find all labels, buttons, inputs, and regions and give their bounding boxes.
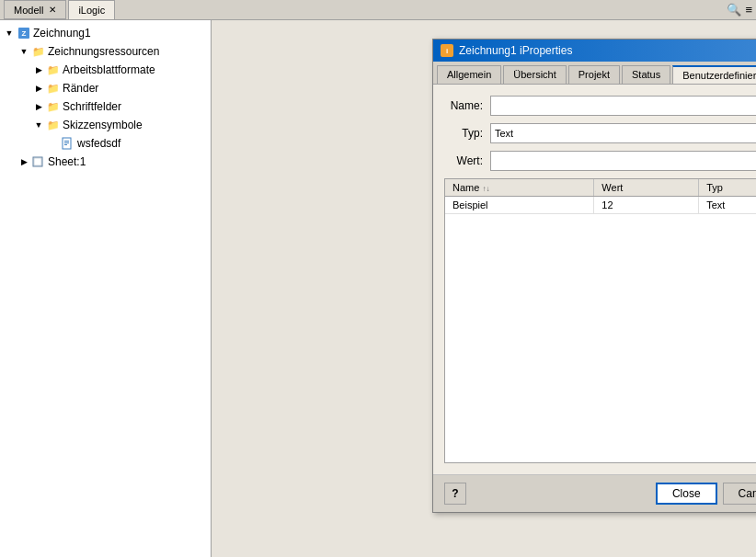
folder-icon: 📁 [46, 63, 61, 77]
dialog-title-icon: i [441, 44, 453, 57]
expand-icon: ▶ [18, 156, 29, 167]
expand-icon [48, 138, 59, 149]
name-control-area: ▼ Hinzufügen [490, 96, 756, 116]
tab-ilogic[interactable]: iLogic [68, 0, 115, 19]
tree-item-wsfedsdf[interactable]: wsfedsdf [0, 134, 211, 153]
expand-icon: ▶ [33, 101, 44, 112]
data-table-container: Name Wert Typ [444, 178, 756, 463]
tree-item-zeichnung1[interactable]: ▼ Z Zeichnung1 [0, 24, 211, 42]
top-bar: Modell ✕ iLogic 🔍 ≡ [0, 0, 756, 20]
table-row[interactable]: Beispiel 12 Text [445, 197, 756, 214]
folder-icon: 📁 [46, 118, 61, 132]
right-panel: 12 12 i Zeichnung1 iProperties ✕ [212, 20, 756, 557]
dialog-tabs: Allgemein Übersicht Projekt Status Benut… [433, 62, 756, 85]
drawing-icon: Z [17, 26, 31, 40]
page-icon [61, 136, 75, 151]
table-header-row: Name Wert Typ [445, 179, 756, 197]
tab-benutzerdefiniert[interactable]: Benutzerdefiniert [672, 65, 756, 84]
svg-rect-5 [64, 144, 67, 145]
expand-icon: ▼ [4, 28, 15, 39]
tree-item-sheet1[interactable]: ▶ Sheet:1 [0, 153, 211, 171]
tab-status[interactable]: Status [622, 65, 670, 84]
typ-row: Typ: Text ▼ Löschen [444, 123, 756, 143]
typ-label: Typ: [444, 127, 490, 140]
col-header-typ: Typ [699, 179, 756, 197]
cell-name: Beispiel [445, 197, 594, 214]
tree-item-zeichnungsressourcen[interactable]: ▼ 📁 Zeichnungsressourcen [0, 42, 211, 61]
tab-bar: Modell ✕ iLogic [4, 0, 117, 19]
tree-item-schriftfelder[interactable]: ▶ 📁 Schriftfelder [0, 97, 211, 116]
tab-allgemein[interactable]: Allgemein [437, 65, 501, 84]
svg-rect-4 [64, 142, 69, 143]
name-row: Name: ▼ Hinzufügen [444, 96, 756, 116]
dialog-titlebar: i Zeichnung1 iProperties ✕ [433, 40, 756, 62]
wert-control-area [490, 151, 756, 171]
folder-icon: 📁 [46, 99, 61, 114]
typ-select[interactable]: Text ▼ [490, 123, 756, 143]
dialog-body: Name: ▼ Hinzufügen [433, 85, 756, 474]
tab-uebersicht[interactable]: Übersicht [503, 65, 566, 84]
close-tab-icon[interactable]: ✕ [49, 5, 56, 15]
folder-icon: 📁 [31, 44, 46, 59]
svg-rect-7 [34, 158, 41, 165]
expand-icon: ▶ [33, 83, 44, 94]
tree-item-raender[interactable]: ▶ 📁 Ränder [0, 79, 211, 97]
left-panel: ▼ Z Zeichnung1 ▼ 📁 Zeichnungsressourcen … [0, 20, 212, 557]
tree-item-skizzensymbole[interactable]: ▼ 📁 Skizzensymbole [0, 116, 211, 134]
expand-icon: ▼ [33, 119, 44, 131]
name-label: Name: [444, 99, 490, 112]
tree-item-arbeitsblattformate[interactable]: ▶ 📁 Arbeitsblattformate [0, 61, 211, 79]
menu-icon[interactable]: ≡ [745, 3, 752, 17]
typ-control-area: Text ▼ Löschen [490, 123, 756, 143]
dialog-footer: ? Close Cancel Apply [433, 474, 756, 512]
wert-input[interactable] [490, 151, 756, 171]
dialog-iproperties: i Zeichnung1 iProperties ✕ Allgemein Übe… [432, 39, 756, 513]
content-area: ▼ Z Zeichnung1 ▼ 📁 Zeichnungsressourcen … [0, 20, 756, 557]
sheet-icon [31, 154, 46, 169]
wert-label: Wert: [444, 154, 490, 167]
dialog-title-left: i Zeichnung1 iProperties [441, 44, 572, 57]
top-bar-icons: 🔍 ≡ [727, 3, 752, 17]
expand-icon: ▼ [18, 46, 29, 57]
col-header-wert: Wert [594, 179, 699, 197]
tab-modell[interactable]: Modell ✕ [4, 0, 66, 19]
search-icon[interactable]: 🔍 [727, 3, 741, 17]
cancel-button[interactable]: Cancel [723, 483, 756, 505]
table-body: Beispiel 12 Text [445, 197, 756, 214]
col-header-name[interactable]: Name [445, 179, 594, 197]
svg-rect-3 [64, 141, 69, 142]
expand-icon: ▶ [33, 64, 44, 75]
folder-icon: 📁 [46, 81, 61, 96]
close-button[interactable]: Close [656, 483, 717, 505]
svg-text:Z: Z [22, 29, 27, 38]
help-button[interactable]: ? [444, 483, 466, 505]
cell-wert: 12 [594, 197, 699, 214]
footer-right: Close Cancel Apply [656, 483, 756, 505]
name-select[interactable]: ▼ [490, 96, 756, 116]
tab-projekt[interactable]: Projekt [568, 65, 620, 84]
wert-row: Wert: [444, 151, 756, 171]
data-table: Name Wert Typ [445, 179, 756, 214]
cell-typ: Text [699, 197, 756, 214]
